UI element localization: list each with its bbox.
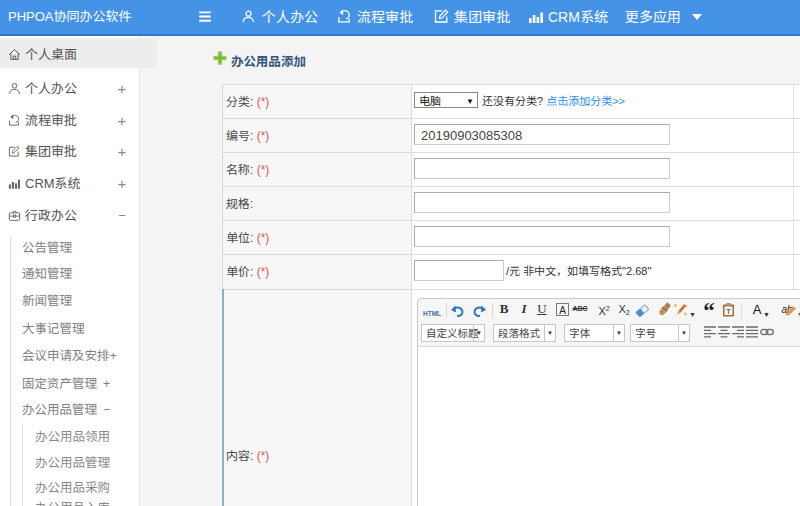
svg-text:T: T [726, 307, 731, 316]
